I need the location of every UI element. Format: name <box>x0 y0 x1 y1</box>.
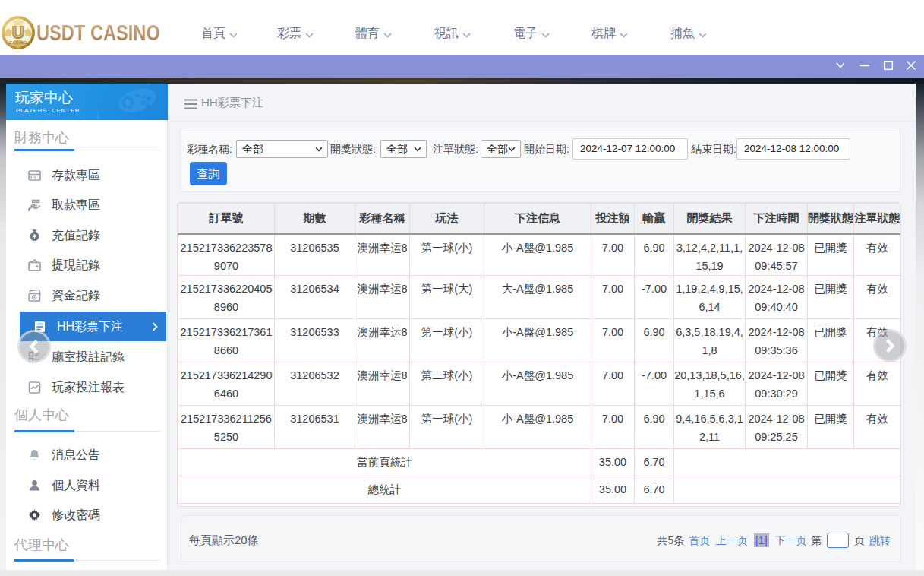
svg-text:U: U <box>12 23 24 42</box>
svg-text:CASINO: CASINO <box>9 40 28 45</box>
